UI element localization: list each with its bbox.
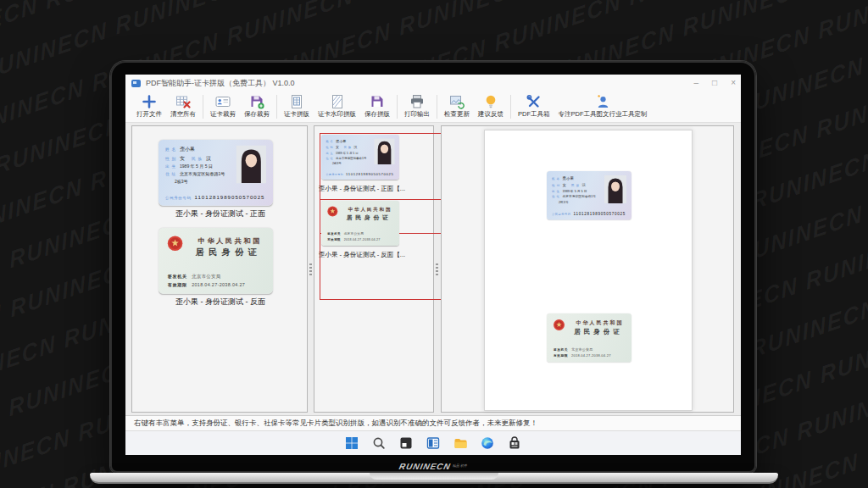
source-card-back[interactable]: 中华人民共和国 居民身份证 签发机关北京市公安局 有效期限2018.04.27-…: [159, 228, 328, 325]
laptop-base: [90, 473, 778, 484]
grid-delete-icon: [175, 94, 191, 109]
preview-card-front: 姓 名歪小果 性 别女民 族汉 出 生1989 年 5 月 5 日 住 址北京市…: [547, 171, 716, 269]
window-titlebar: PDF智能助手-证卡拼版（免费工具） V1.0.0 – □ ×: [125, 75, 741, 92]
lightbulb-icon: [483, 94, 498, 109]
id-card-icon: [215, 94, 231, 109]
content-area: 姓 名歪小果 性 别女民 族汉 出 生1989 年 5 月 5 日 住 址北京市…: [125, 123, 741, 415]
desktop-background: RUNINECN RUNINECN RUNINECN RUNINECN RUNI…: [0, 0, 868, 488]
layout-preview-panel: 姓 名歪小果 性 别女民 族汉 出 生1989 年 5 月 5 日 住 址北京市…: [441, 125, 734, 413]
source-card-front-caption: 歪小果 - 身份证测试 - 正面: [132, 208, 309, 219]
laptop-brand: RUNINECN 精品 软件: [110, 461, 756, 471]
preview-page: 姓 名歪小果 性 别女民 族汉 出 生1989 年 5 月 5 日 住 址北京市…: [484, 130, 693, 411]
save-icon: [370, 94, 385, 109]
printer-icon: [409, 94, 425, 109]
source-card-front[interactable]: 姓 名歪小果 性 别女民 族汉 出 生1989 年 5 月 5 日 住 址北京市…: [159, 140, 328, 237]
national-emblem-icon: [326, 206, 338, 219]
cropped-card-back-caption: 歪小果 - 身份证测试 - 反面【...: [319, 251, 405, 259]
close-button[interactable]: ×: [731, 79, 736, 87]
pdf-toolbox-button[interactable]: PDF工具箱: [514, 94, 554, 119]
custom-service-button[interactable]: 专注PDF工具图文行业工具定制: [554, 94, 652, 119]
task-view-app-icon[interactable]: [398, 435, 415, 452]
card-layout-button[interactable]: 证卡拼版: [280, 94, 314, 119]
toolbar-separator: [510, 95, 511, 119]
clear-all-button[interactable]: 清空所有: [166, 94, 200, 119]
plus-icon: [142, 94, 157, 109]
portrait-photo: [375, 139, 395, 164]
portrait-photo: [604, 175, 626, 203]
toolbar-separator: [276, 95, 277, 119]
brand-sub-text: 精品 软件: [453, 464, 468, 468]
windows-taskbar: [125, 430, 741, 455]
page-watermark-icon: [330, 94, 345, 109]
laptop-screen: PDF智能助手-证卡拼版（免费工具） V1.0.0 – □ × 打开文件: [125, 75, 741, 455]
open-file-button[interactable]: 打开文件: [132, 94, 166, 119]
portrait-photo: [236, 146, 266, 184]
panel-splitter[interactable]: [308, 125, 314, 413]
cropped-card-front-caption: 歪小果 - 身份证测试 - 正面【...: [319, 185, 405, 193]
toolbar-separator: [397, 95, 398, 119]
status-bar: 右键有丰富菜单，支持身份证、银行卡、社保卡等常见卡片类型识别拼版，如遇识别不准确…: [125, 415, 741, 430]
national-emblem-icon: [166, 235, 183, 254]
panel-splitter[interactable]: [434, 125, 440, 413]
cropped-cards-panel: 姓 名歪小果 性 别女民 族汉 出 生1989 年 5 月 5 日 住 址北京市…: [314, 125, 434, 413]
person-star-icon: [595, 94, 610, 109]
splitter-grip-icon: [309, 263, 312, 275]
brand-logo: RUNINECN: [398, 462, 451, 471]
window-title: PDF智能助手-证卡拼版（免费工具） V1.0.0: [146, 78, 295, 89]
splitter-grip-icon: [436, 263, 438, 275]
edge-browser-icon[interactable]: [479, 435, 496, 452]
pdf-app-icon[interactable]: [425, 435, 442, 452]
source-files-panel: 姓 名歪小果 性 别女民 族汉 出 生1989 年 5 月 5 日 住 址北京市…: [131, 125, 308, 413]
laptop-bezel: PDF智能助手-证卡拼版（免费工具） V1.0.0 – □ × 打开文件: [110, 61, 756, 473]
feedback-button[interactable]: 建议反馈: [474, 94, 508, 119]
minimize-button[interactable]: –: [694, 79, 699, 87]
card-crop-button[interactable]: 证卡裁剪: [206, 94, 240, 119]
search-icon[interactable]: [370, 435, 387, 452]
national-emblem-icon: [553, 319, 565, 333]
toolbar: 打开文件 清空所有 证卡裁剪: [125, 92, 741, 123]
check-update-button[interactable]: 检查更新: [440, 94, 474, 119]
toolbar-separator: [203, 95, 203, 119]
update-icon: [449, 94, 465, 109]
file-explorer-icon[interactable]: [452, 435, 469, 452]
toolbar-separator: [437, 95, 437, 119]
maximize-button[interactable]: □: [712, 79, 717, 87]
preview-card-back: 中华人民共和国 居民身份证 签发机关北京市公安局 有效期限2018.04.27-…: [547, 313, 716, 411]
start-button[interactable]: [343, 435, 360, 452]
watermark-layout-button[interactable]: 证卡水印拼版: [314, 94, 360, 119]
save-crop-button[interactable]: 保存裁剪: [240, 94, 274, 119]
source-card-back-caption: 歪小果 - 身份证测试 - 反面: [132, 297, 309, 308]
store-icon[interactable]: [506, 435, 523, 452]
status-text: 右键有丰富菜单，支持身份证、银行卡、社保卡等常见卡片类型识别拼版，如遇识别不准确…: [134, 419, 537, 429]
app-icon: [131, 80, 141, 87]
page-grid-icon: [289, 94, 304, 109]
tools-icon: [526, 94, 542, 109]
laptop-notch: [370, 473, 498, 480]
print-button[interactable]: 打印输出: [400, 94, 434, 119]
save-layout-button[interactable]: 保存拼版: [360, 94, 394, 119]
save-plus-icon: [249, 94, 264, 109]
